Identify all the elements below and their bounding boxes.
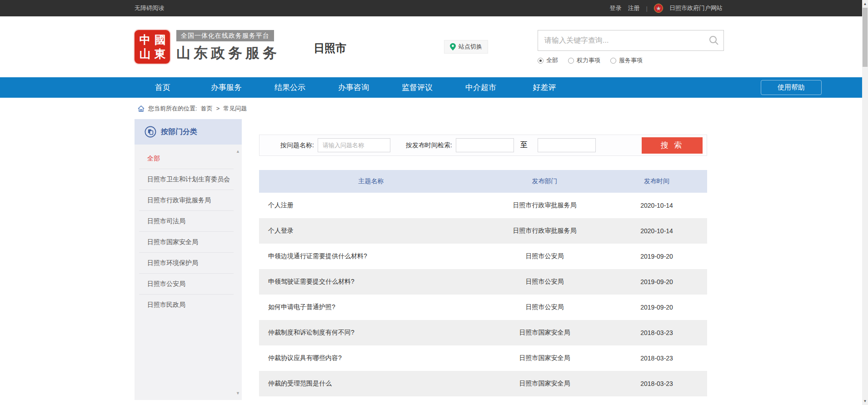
faq-title[interactable]: 仲裁的受理范围是什么 [259,380,483,388]
faq-title[interactable]: 个人登录 [259,227,483,235]
vertical-scrollbar: ▲ ▼ [862,0,868,405]
column-header-发布时间: 发布时间 [606,177,707,185]
table-row[interactable]: 如何申请电子普通护照?日照市公安局2019-09-20 [259,295,707,320]
top-bar-right: 登录 注册 | ★ 日照市政府门户网站 [610,4,723,13]
sidebar-item-日照市司法局[interactable]: 日照市司法局 [139,211,234,232]
search-submit-button[interactable] [704,30,723,50]
nav-item-好差评[interactable]: 好差评 [513,77,576,98]
divider: | [646,5,648,12]
scope-radio-服务事项[interactable]: 服务事项 [610,56,643,65]
help-button[interactable]: 使用帮助 [761,80,822,95]
site-logo[interactable]: 中國山東 全国一体化在线政务服务平台 山东政务服务 [135,30,280,64]
sidebar-item-日照市卫生和计划生育委员会[interactable]: 日照市卫生和计划生育委员会 [139,169,234,190]
faq-department: 日照市公安局 [483,303,606,311]
breadcrumb-home-link[interactable]: 首页 [201,105,213,113]
question-name-label: 按问题名称: [280,141,314,150]
faq-title[interactable]: 申领驾驶证需要提交什么材料? [259,278,483,286]
column-header-主题名称: 主题名称 [259,177,483,185]
scrollbar-thumb[interactable] [863,8,868,67]
scrollbar-down-button[interactable]: ▼ [862,397,868,405]
nav-item-中介超市[interactable]: 中介超市 [449,77,513,98]
shandong-seal-icon: 中國山東 [135,30,170,64]
table-row[interactable]: 个人登录日照市行政审批服务局2020-10-14 [259,218,707,244]
header: 中國山東 全国一体化在线政务服务平台 山东政务服务 日照市 站点切换 全部权力事… [0,16,868,77]
category-icon [145,126,156,138]
table-row[interactable]: 仲裁的受理范围是什么日照市国家安全局2018-03-23 [259,371,707,396]
faq-department: 日照市国家安全局 [483,329,606,337]
list-scroll-up-icon[interactable]: ▲ [236,149,240,154]
nav-item-办事服务[interactable]: 办事服务 [195,77,258,98]
date-to-input[interactable] [538,138,596,152]
date-from-input[interactable] [456,138,514,152]
sidebar-item-日照市国家安全局[interactable]: 日照市国家安全局 [139,232,234,253]
scope-label: 权力事项 [577,56,600,65]
breadcrumb-current[interactable]: 常见问题 [223,105,247,113]
faq-title[interactable]: 仲裁协议应具有哪些内容? [259,354,483,362]
sidebar-item-日照市民政局[interactable]: 日照市民政局 [139,295,234,315]
question-name-input[interactable] [318,138,390,152]
table-row[interactable]: 申领驾驶证需要提交什么材料?日照市公安局2019-09-20 [259,269,707,295]
sidebar-item-日照市环境保护局[interactable]: 日照市环境保护局 [139,253,234,274]
site-switch-button[interactable]: 站点切换 [444,40,488,54]
sidebar-item-全部[interactable]: 全部 [139,148,234,169]
faq-date: 2019-09-20 [606,304,707,311]
faq-date: 2020-10-14 [606,202,707,209]
list-scroll-down-icon[interactable]: ▼ [236,391,240,395]
seal-char: 山 [139,47,150,60]
faq-date: 2018-03-23 [606,329,707,336]
login-link[interactable]: 登录 [610,4,622,12]
portal-link[interactable]: 日照市政府门户网站 [669,4,723,12]
breadcrumb-separator: > [216,105,220,112]
sidebar-item-日照市行政审批服务局[interactable]: 日照市行政审批服务局 [139,190,234,211]
main-nav: 首页办事服务结果公示办事咨询监督评议中介超市好差评 使用帮助 [0,77,868,98]
faq-title[interactable]: 仲裁制度和诉讼制度有何不同? [259,329,483,337]
table-row[interactable]: 仲裁协议应具有哪些内容?日照市国家安全局2018-03-23 [259,345,707,371]
sidebar-item-日照市公安局[interactable]: 日照市公安局 [139,274,234,295]
faq-date: 2019-09-20 [606,253,707,260]
keyword-search-box [538,30,724,51]
sidebar-header: 按部门分类 [135,119,242,145]
table-row[interactable]: 仲裁制度和诉讼制度有何不同?日照市国家安全局2018-03-23 [259,320,707,345]
scope-radio-全部[interactable]: 全部 [538,56,558,65]
location-pin-icon [450,43,456,50]
radio-icon [538,58,544,64]
table-row[interactable]: 申领边境通行证需要提供什么材料?日照市公安局2019-09-20 [259,244,707,269]
scope-label: 服务事项 [619,56,643,65]
logo-text: 全国一体化在线政务服务平台 山东政务服务 [176,30,280,63]
scrollbar-up-button[interactable]: ▲ [862,0,868,8]
radio-icon [610,58,616,64]
faq-department: 日照市国家安全局 [483,354,606,362]
seal-char: 東 [154,47,165,60]
breadcrumb: 您当前所在的位置: 首页 > 常见问题 [138,98,247,119]
national-emblem-icon: ★ [654,4,663,13]
faq-title[interactable]: 个人注册 [259,201,483,210]
column-header-发布部门: 发布部门 [483,177,606,185]
home-icon [138,105,145,112]
nav-item-首页[interactable]: 首页 [131,77,195,98]
keyword-search-input[interactable] [538,36,704,45]
accessibility-link[interactable]: 无障碍阅读 [135,4,164,12]
faq-department: 日照市国家安全局 [483,380,606,388]
nav-item-办事咨询[interactable]: 办事咨询 [322,77,385,98]
faq-title[interactable]: 如何申请电子普通护照? [259,303,483,311]
nav-item-结果公示[interactable]: 结果公示 [258,77,322,98]
faq-title[interactable]: 申领边境通行证需要提供什么材料? [259,252,483,260]
date-to-label: 至 [520,140,528,150]
scope-radio-权力事项[interactable]: 权力事项 [568,56,600,65]
faq-date: 2018-03-23 [606,380,707,387]
faq-date: 2019-09-20 [606,278,707,285]
department-list: ▲ ▼ 全部日照市卫生和计划生育委员会日照市行政审批服务局日照市司法局日照市国家… [135,145,242,400]
faq-department: 日照市公安局 [483,252,606,260]
seal-char: 中 [139,33,150,46]
filter-search-button[interactable]: 搜 索 [642,137,703,154]
site-switch-label: 站点切换 [459,43,482,51]
table-row[interactable]: 个人注册日照市行政审批服务局2020-10-14 [259,193,707,218]
filter-bar: 按问题名称: 按发布时间检索: 至 搜 索 [259,135,707,156]
brand-title: 山东政务服务 [176,44,280,63]
city-name: 日照市 [314,41,346,55]
department-sidebar: 按部门分类 ▲ ▼ 全部日照市卫生和计划生育委员会日照市行政审批服务局日照市司法… [135,119,242,400]
faq-table: 主题名称发布部门发布时间 个人注册日照市行政审批服务局2020-10-14个人登… [259,170,707,396]
search-scope-radios: 全部权力事项服务事项 [538,56,643,65]
nav-item-监督评议[interactable]: 监督评议 [385,77,449,98]
register-link[interactable]: 注册 [628,4,640,12]
